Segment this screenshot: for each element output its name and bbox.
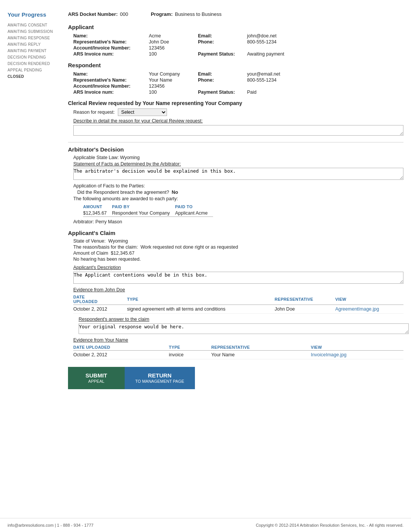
applicant-section: Applicant Name: Acme Email: john@doe.net… [68, 24, 403, 57]
paid-to-col-header: PAID TO [175, 204, 213, 210]
sidebar-item-awaiting-reply[interactable]: AWAITING REPLY [8, 42, 64, 46]
res-evidence-date-header: DATE UPLOADED [73, 344, 169, 351]
applicant-evidence-table: DATEUPLOADED TYPE REPRESENTATIVE VIEW Oc… [73, 294, 403, 314]
clerical-reason-label: Reason for request: [73, 110, 115, 115]
clerical-textarea[interactable] [73, 125, 403, 136]
applicant-name-value: Acme [149, 33, 187, 39]
clerical-describe-label: Describe in detail the reason for your C… [73, 118, 403, 124]
return-button[interactable]: RETURN TO MANAGEMENT PAGE [125, 367, 195, 389]
respondent-email-value: your@email.net [247, 71, 280, 77]
respondent-answer-textarea[interactable]: Your original response would be here. [79, 323, 409, 334]
breach-value: No [172, 190, 178, 195]
respondent-section: Respondent Name: Your Company Email: you… [68, 62, 403, 95]
res-evidence-type-header: TYPE [169, 344, 211, 351]
applicant-description-label: Applicant's Description [73, 265, 403, 270]
res-evidence-view-link[interactable]: InvoiceImage.jpg [311, 351, 403, 359]
venue-value: Wyoming [108, 238, 128, 244]
evidence-representative: John Doe [275, 305, 335, 314]
applicant-invoice-label: ARS Invoice num: [73, 51, 149, 57]
arbitrator-awarded-label: The following amounts are awarded to eac… [73, 196, 403, 201]
respondent-invoice-value: 100 [149, 90, 187, 95]
state-law-value: Wyoming [120, 155, 140, 160]
respondent-info-table: Name: Your Company Email: your@email.net… [73, 71, 403, 95]
respondent-rep-value: Your Name [149, 77, 187, 83]
applicant-invoice-row: ARS Invoice num: 100 Payment Status: Awa… [73, 51, 403, 57]
claim-venue: State of Venue: Wyoming [73, 238, 403, 244]
amount-value: $12,345.67 [83, 210, 112, 217]
respondent-phone-value: 800-555-1234 [247, 77, 277, 83]
submit-appeal-button[interactable]: SUBMIT APPEAL [68, 367, 125, 389]
sidebar-title: Your Progress [8, 11, 64, 18]
arbitrator-statement-textarea[interactable]: The arbitrator's decision would be expla… [73, 168, 403, 180]
arbitrator-application-label: Application of Facts to the Parties: [73, 183, 403, 189]
applicant-evidence-row: October 2, 2012 signed agreement with al… [73, 305, 403, 314]
respondent-section-title: Respondent [68, 62, 403, 68]
applicant-description-textarea[interactable]: The Applicant contentions would be in th… [73, 272, 403, 284]
sidebar-item-awaiting-submission[interactable]: AWAITING SUBMISSION [8, 29, 64, 34]
sidebar-item-decision-pending[interactable]: DECISION PENDING [8, 55, 64, 59]
amount-value: $12,345.67 [111, 251, 134, 256]
arbitrator-label: Arbitrator: [73, 219, 94, 224]
clerical-reason-select[interactable]: Select [118, 108, 167, 116]
applicant-account-label: Account/Invoice Number: [73, 45, 149, 51]
respondent-account-row: Account/Invoice Number: 123456 [73, 84, 403, 89]
applicant-name-row: Name: Acme Email: john@doe.net [73, 33, 403, 39]
sidebar-item-awaiting-consent[interactable]: AWAITING CONSENT [8, 23, 64, 27]
arbitrator-value: Perry Mason [95, 219, 122, 224]
evidence-view-link[interactable]: AgreementImage.jpg [335, 305, 403, 314]
applicant-evidence-from: Evidence from John Doe [73, 287, 403, 292]
amounts-row: $12,345.67 Respondent Your Company Appli… [83, 210, 213, 217]
amount-label: Amount of Claim [73, 251, 108, 256]
docket-value: 000 [120, 11, 128, 17]
applicant-payment-label: Payment Status: [198, 51, 247, 57]
respondent-payment-value: Paid [247, 90, 256, 95]
sidebar-item-decision-rendered[interactable]: DECISION RENDERED [8, 62, 64, 66]
applicant-account-row: Account/Invoice Number: 123456 [73, 45, 403, 51]
evidence-view-header: VIEW [335, 294, 403, 305]
applicant-email-label: Email: [198, 33, 247, 39]
sidebar-item-closed[interactable]: CLOSED [8, 74, 64, 79]
applicant-claim-section: Applicant's Claim State of Venue: Wyomin… [68, 230, 403, 359]
respondent-rep-label: Representative's Name: [73, 77, 149, 83]
paid-by-col-header: PAID BY [112, 204, 175, 210]
sidebar-item-awaiting-payment[interactable]: AWAITING PAYMENT [8, 49, 64, 53]
arbitrator-breach-row: Did the Respondent breach the agreement?… [73, 190, 403, 195]
res-evidence-representative: Your Name [211, 351, 311, 359]
program-value: Business to Business [175, 11, 222, 17]
applicant-invoice-value: 100 [149, 51, 187, 57]
respondent-name-value: Your Company [149, 71, 187, 77]
respondent-account-label: Account/Invoice Number: [73, 84, 149, 89]
evidence-type: signed agreement with all terms and cond… [127, 305, 275, 314]
respondent-phone-label: Phone: [198, 77, 247, 83]
applicant-rep-value: John Doe [149, 39, 187, 45]
res-evidence-view-header: VIEW [311, 344, 403, 351]
respondent-name-row: Name: Your Company Email: your@email.net [73, 71, 403, 77]
docket-block: ARS Docket Number: 000 [68, 11, 128, 17]
respondent-evidence-from: Evidence from Your Name [73, 337, 403, 343]
respondent-account-value: 123456 [149, 84, 187, 89]
footer-right: Copyright © 2012-2014 Arbitration Resolu… [256, 523, 403, 527]
sidebar-item-appeal-pending[interactable]: APPEAL PENDING [8, 68, 64, 72]
respondent-evidence-row: October 2, 2012 invoice Your Name Invoic… [73, 351, 403, 359]
respondent-name-label: Name: [73, 71, 149, 77]
no-hearing-text: No hearing has been requested. [73, 257, 403, 262]
sidebar-item-awaiting-response[interactable]: AWAITING RESPONSE [8, 36, 64, 40]
claim-amount: Amount of Claim $12,345.67 [73, 251, 403, 256]
applicant-info-table: Name: Acme Email: john@doe.net Represent… [73, 33, 403, 57]
res-evidence-type: invoice [169, 351, 211, 359]
clerical-reason-row: Reason for request: Select [73, 108, 403, 116]
arbitrator-decision-title: Arbitrator's Decision [68, 146, 403, 153]
section-divider [68, 142, 403, 142]
respondent-answer-section: Respondent's answer to the claim Your or… [73, 317, 403, 359]
breach-label: Did the Respondent breach the agreement? [77, 190, 169, 195]
sidebar: Your Progress AWAITING CONSENT AWAITING … [8, 11, 68, 510]
evidence-date-header: DATEUPLOADED [73, 294, 127, 305]
respondent-evidence-table: DATE UPLOADED TYPE REPRESENTATIVE VIEW O… [73, 344, 403, 359]
res-evidence-rep-header: REPRESENTATIVE [211, 344, 311, 351]
main-panel: ARS Docket Number: 000 Program: Business… [68, 11, 403, 510]
applicant-evidence-section: Evidence from John Doe DATEUPLOADED TYPE… [73, 287, 403, 314]
footer-left: info@arbresolutions.com | 1 - 888 - 934 … [8, 523, 93, 527]
state-law-label: Applicable State Law: [73, 155, 119, 160]
clerical-title: Clerical Review requested by Your Name r… [68, 100, 403, 106]
evidence-date: October 2, 2012 [73, 305, 127, 314]
